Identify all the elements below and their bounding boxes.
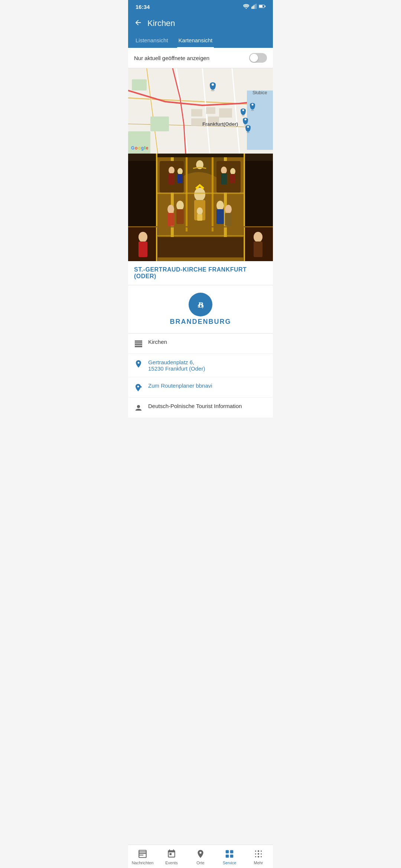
svg-rect-25 (206, 107, 215, 114)
wifi-icon (243, 4, 249, 10)
route-row[interactable]: Zum Routenplaner bbnavi (128, 377, 273, 398)
svg-rect-79 (156, 154, 157, 261)
back-button[interactable] (134, 19, 142, 28)
svg-point-54 (167, 205, 174, 214)
address-icon (134, 360, 143, 369)
svg-rect-26 (219, 108, 232, 118)
svg-point-34 (242, 109, 244, 111)
toggle-thumb (250, 54, 258, 62)
toggle-row: Nur aktuell geöffnete anzeigen (128, 48, 273, 68)
svg-point-70 (230, 168, 235, 175)
svg-rect-53 (176, 209, 184, 224)
address-city: 15230 Frankfurt (Oder) (148, 365, 205, 372)
svg-point-91 (137, 405, 140, 408)
address-street: Gertraudenplatz 6, (148, 359, 205, 365)
svg-rect-88 (135, 342, 142, 343)
svg-rect-57 (216, 209, 224, 224)
svg-rect-1 (251, 7, 252, 9)
route-icon (134, 383, 143, 392)
svg-text:Frankfurt(Oder): Frankfurt(Oder) (202, 121, 238, 127)
svg-rect-64 (169, 173, 175, 184)
svg-rect-2 (252, 6, 253, 9)
svg-rect-71 (230, 174, 235, 183)
svg-rect-78 (254, 241, 263, 257)
svg-rect-48 (212, 157, 213, 231)
bb-circle-logo: B (189, 293, 212, 316)
svg-point-40 (247, 126, 249, 128)
status-icons (243, 4, 265, 10)
svg-rect-20 (132, 79, 147, 91)
organization-row: Deutsch-Polnische Tourist Information (128, 398, 273, 418)
svg-rect-59 (225, 213, 232, 226)
svg-text:Słubice: Słubice (252, 90, 267, 95)
svg-point-35 (251, 110, 254, 111)
svg-rect-83 (156, 235, 245, 236)
logo-section: B BRANDENBURG (128, 285, 273, 333)
svg-point-65 (177, 168, 183, 175)
svg-rect-7 (265, 6, 265, 7)
address-content: Gertraudenplatz 6, 15230 Frankfurt (Oder… (148, 359, 205, 372)
svg-rect-80 (244, 154, 245, 261)
svg-rect-81 (128, 226, 273, 227)
map-view[interactable]: Frankfurt(Oder) Słubice (128, 68, 273, 154)
bb-text: BRANDENBURG (170, 318, 231, 326)
svg-rect-5 (256, 4, 257, 9)
svg-point-0 (246, 8, 247, 9)
status-time: 16:34 (136, 4, 150, 10)
organization-icon (134, 404, 143, 412)
svg-point-31 (211, 90, 215, 91)
svg-point-56 (216, 201, 224, 210)
battery-icon (259, 4, 265, 10)
category-text: Kirchen (148, 339, 167, 345)
category-row: Kirchen (128, 333, 273, 354)
svg-rect-23 (247, 91, 273, 150)
svg-rect-61 (197, 214, 202, 221)
svg-rect-89 (135, 344, 142, 345)
svg-rect-72 (158, 237, 243, 257)
svg-point-77 (254, 232, 263, 242)
svg-point-36 (252, 104, 254, 106)
svg-point-52 (176, 201, 184, 210)
svg-rect-3 (254, 5, 254, 9)
tab-listenansicht[interactable]: Listenansicht (134, 33, 170, 48)
signal-icon (251, 4, 257, 10)
address-row[interactable]: Gertraudenplatz 6, 15230 Frankfurt (Oder… (128, 354, 273, 377)
category-icon (134, 339, 143, 348)
info-section: Kirchen Gertraudenplatz 6, 15230 Frankfu… (128, 333, 273, 418)
svg-rect-87 (135, 341, 142, 342)
svg-point-60 (197, 207, 203, 215)
status-bar: 16:34 (128, 0, 273, 13)
toggle-label: Nur aktuell geöffnete anzeigen (134, 55, 209, 61)
route-link[interactable]: Zum Routenplaner bbnavi (148, 382, 212, 389)
svg-point-75 (138, 232, 147, 242)
svg-rect-76 (138, 241, 147, 257)
svg-rect-55 (167, 213, 174, 226)
svg-point-68 (221, 167, 227, 174)
svg-point-49 (194, 188, 205, 201)
svg-rect-8 (259, 5, 263, 7)
svg-point-63 (169, 167, 175, 174)
svg-rect-4 (255, 4, 255, 9)
header: Kirchen (128, 13, 273, 33)
svg-point-39 (247, 132, 250, 133)
toggle-switch[interactable] (249, 53, 267, 63)
svg-point-38 (245, 119, 247, 121)
tab-kartenansicht[interactable]: Kartenansicht (177, 33, 214, 48)
bb-logo: B BRANDENBURG (170, 293, 231, 326)
svg-rect-90 (135, 346, 142, 347)
tab-bar: Listenansicht Kartenansicht (128, 33, 273, 48)
svg-rect-24 (191, 109, 202, 116)
svg-rect-69 (221, 173, 227, 184)
organization-text: Deutsch-Polnische Tourist Information (148, 403, 242, 409)
svg-rect-47 (186, 157, 188, 231)
page-title: Kirchen (147, 19, 175, 28)
svg-rect-66 (177, 174, 183, 183)
svg-rect-67 (216, 161, 241, 193)
svg-point-33 (242, 115, 245, 116)
svg-point-37 (244, 125, 247, 126)
church-title: ST.-GERTRAUD-KIRCHE FRANKFURT (ODER) (134, 266, 267, 280)
svg-point-32 (212, 83, 214, 86)
svg-point-58 (225, 205, 232, 214)
church-image (128, 154, 273, 261)
church-title-bar: ST.-GERTRAUD-KIRCHE FRANKFURT (ODER) (128, 261, 273, 285)
